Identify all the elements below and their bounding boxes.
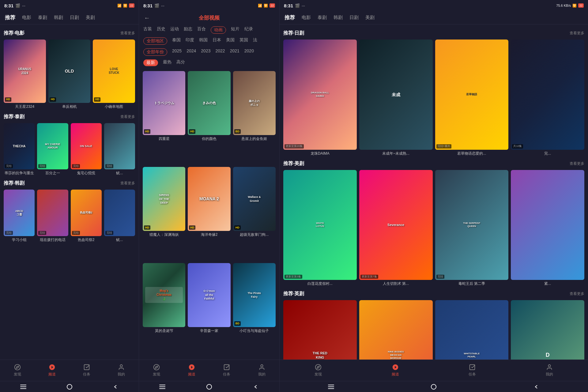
nav-item-japanese-right[interactable]: 日剧 (349, 15, 359, 21)
movie-card-ruocao[interactable]: 若草物語 完结+番外 若草物语恋爱的... (435, 40, 509, 156)
back-button[interactable]: ← (144, 14, 150, 21)
nav-item-thai-left[interactable]: 泰剧 (38, 15, 47, 21)
nav-item-recommend-right[interactable]: 推荐 (285, 14, 295, 21)
movie-card-mexican[interactable]: NINE BODIESMEXICANMORGUE 更新至第1集 墨西哥太平间的.… (359, 300, 433, 360)
section-more-korean[interactable]: 查看更多 (120, 181, 135, 186)
tab-task-middle[interactable]: 任务 (223, 364, 230, 377)
mid-card-nideseyanse[interactable]: きみの色 HD 你的颜色 (188, 71, 230, 164)
movie-card-complete-jp[interactable]: 共10集 完... (511, 40, 584, 156)
mid-card-sizhongxing[interactable]: トラペジウム HD 四重星 (143, 71, 185, 164)
tab-discover-middle[interactable]: 发现 (153, 364, 160, 377)
nav-item-korean-left[interactable]: 韩剧 (54, 15, 63, 21)
home-btn-left[interactable] (66, 383, 74, 391)
filter-baihe[interactable]: 百合 (197, 26, 206, 34)
filter-2023[interactable]: 2023 (201, 48, 210, 56)
filter-all-region[interactable]: 全部地区 (143, 37, 167, 45)
filter-2021[interactable]: 2021 (230, 48, 239, 56)
mid-card-xuanya[interactable]: 崖の上のポニョ BD 悬崖上的金鱼姬 (233, 71, 276, 164)
back-btn-sys-right[interactable] (533, 383, 541, 391)
tab-task-left[interactable]: 任务 (83, 364, 90, 377)
movie-card-pearl[interactable]: WHITSTABLEPEARL 完结 惠镇珀尔侦探社... (435, 300, 509, 360)
filter-2022[interactable]: 2022 (215, 48, 225, 56)
tab-channel-right[interactable]: 频道 (392, 364, 399, 377)
movie-card-xuexiao[interactable]: ABCD그룹 完结 学习小组 (4, 190, 35, 243)
tab-channel-middle[interactable]: 频道 (188, 364, 195, 377)
nav-item-movie-left[interactable]: 电影 (22, 15, 31, 21)
home-btn-middle[interactable] (205, 383, 213, 391)
filter-india[interactable]: 印度 (186, 37, 194, 45)
menu-btn-middle[interactable] (158, 383, 166, 391)
section-more-thai[interactable]: 查看更多 (120, 114, 135, 119)
movie-card-tisha[interactable]: THECHA 完结 蒂莎的抗争与重生 (4, 123, 35, 176)
filter-korea[interactable]: 韩国 (199, 37, 208, 45)
sort-hottest[interactable]: 最热 (163, 59, 172, 66)
movie-card-resixue[interactable]: 热血司祭2 完结 热血司祭2 (71, 190, 102, 243)
filter-guzhuang[interactable]: 古装 (143, 26, 152, 34)
section-more-movie[interactable]: 查看更多 (120, 31, 135, 36)
tab-profile-left[interactable]: 我的 (118, 364, 125, 377)
filter-thailand[interactable]: 泰国 (172, 37, 181, 45)
sort-newest[interactable]: 最新 (143, 59, 158, 66)
movie-card-dragonball[interactable]: DRAGON BALLDAIMA 更新至第20集 龙珠DAIMA (283, 40, 357, 156)
filter-jilu[interactable]: 纪录 (244, 26, 253, 34)
movie-card-lotus[interactable]: WHITELOTUS 更新至第3集 白莲花度假村... (283, 170, 357, 287)
filter-yundong[interactable]: 运动 (170, 26, 179, 34)
nav-item-recommend-left[interactable]: 推荐 (5, 14, 15, 21)
mid-card-wallace[interactable]: Wallace &Gromit HD 超级无敌掌门狗... (233, 167, 276, 260)
movie-card-serpent[interactable]: THE SERPENTQUEEN 完结 毒蛇王后 第二季 (435, 170, 509, 287)
filter-france[interactable]: 法 (253, 37, 257, 45)
filter-2025[interactable]: 2025 (172, 48, 182, 56)
filter-all-year[interactable]: 全部年份 (143, 48, 167, 56)
movie-card-you-kr[interactable]: 完结 鱿... (104, 190, 135, 243)
movie-card-tianshu[interactable]: URANUS2324 HD 天王星2324 (4, 40, 46, 109)
filter-uk[interactable]: 英国 (239, 37, 248, 45)
tab-discover-right[interactable]: 发现 (315, 364, 322, 377)
tab-profile-middle[interactable]: 我的 (258, 364, 266, 377)
nav-item-movie-right[interactable]: 电影 (302, 15, 311, 21)
dots-right: ··· (302, 3, 305, 8)
movie-card-danfan[interactable]: OLD HD 单反相机 (48, 40, 91, 109)
sort-highest[interactable]: 高分 (176, 59, 185, 66)
movie-card-baifen[interactable]: MY CHERIEAMOUR 完结 百分之一 (37, 123, 68, 176)
tab-discover-left[interactable]: 发现 (14, 364, 21, 377)
filter-duanpian[interactable]: 短片 (231, 26, 239, 34)
home-btn-right[interactable] (430, 383, 438, 391)
nav-item-japanese-left[interactable]: 日剧 (70, 15, 79, 21)
mid-card-simpson[interactable]: O C'monall theFaithful 辛普森一家 (188, 263, 230, 356)
movie-card-extra-uk[interactable]: D 外... (511, 300, 584, 360)
movie-card-bodao[interactable]: 完结 现在拨打的电话 (37, 190, 68, 243)
menu-btn-right[interactable] (327, 383, 335, 391)
mid-card-haiyang[interactable]: MOANA 2 HD 海洋奇缘2 (188, 167, 230, 260)
movie-card-weichengnian[interactable]: 未成 未成年~未成熟... (359, 40, 433, 156)
movie-card-severance[interactable]: Severance 更新至第7集 人生切割术 第... (359, 170, 433, 287)
mid-card-pirate[interactable]: The PirateFairy BD 小叮当与海盗仙子 (233, 263, 276, 356)
section-more-japanese[interactable]: 查看更多 (570, 31, 584, 36)
filter-donghua[interactable]: 动画 (211, 26, 226, 34)
tab-channel-left[interactable]: 频道 (48, 364, 56, 377)
filter-japan[interactable]: 日本 (213, 37, 221, 45)
tab-task-right[interactable]: 任务 (469, 364, 476, 377)
badge-wallace: HD (234, 225, 241, 230)
filter-2024[interactable]: 2024 (187, 48, 196, 56)
filter-lishi[interactable]: 历史 (157, 26, 165, 34)
mid-card-liemoren[interactable]: SIRENSOF THEDEEP HD 猎魔人：深渊海妖 (143, 167, 185, 260)
nav-item-korean-right[interactable]: 韩剧 (334, 15, 343, 21)
movie-card-redking[interactable]: THE REDKING 完结 红王 第一季 (283, 300, 357, 360)
movie-card-guizhai[interactable]: ON SALE 完结 鬼宅心慌慌 (71, 123, 102, 176)
back-btn-sys-middle[interactable] (252, 383, 260, 391)
section-more-uk[interactable]: 查看更多 (570, 291, 584, 296)
menu-btn-left[interactable] (19, 383, 27, 391)
movie-card-extra-us[interactable]: 紧... (511, 170, 584, 287)
filter-usa[interactable]: 美国 (226, 37, 235, 45)
nav-item-us-left[interactable]: 美剧 (86, 15, 95, 21)
back-btn-sys-left[interactable] (112, 383, 120, 391)
tab-profile-right[interactable]: 我的 (546, 364, 553, 377)
nav-item-us-right[interactable]: 美剧 (365, 15, 375, 21)
filter-lizhi[interactable]: 励志 (184, 26, 192, 34)
filter-2020[interactable]: 2020 (244, 48, 254, 56)
movie-card-you-thai[interactable]: 完结 鱿... (104, 123, 135, 176)
nav-item-thai-right[interactable]: 泰剧 (318, 15, 327, 21)
mid-card-mogs[interactable]: Mog'sChristmas 🎄 莫的圣诞节 (143, 263, 185, 356)
movie-card-xiaohe[interactable]: LOVESTUCK HD 小确幸地图 (93, 40, 135, 109)
section-more-us[interactable]: 查看更多 (570, 161, 584, 166)
